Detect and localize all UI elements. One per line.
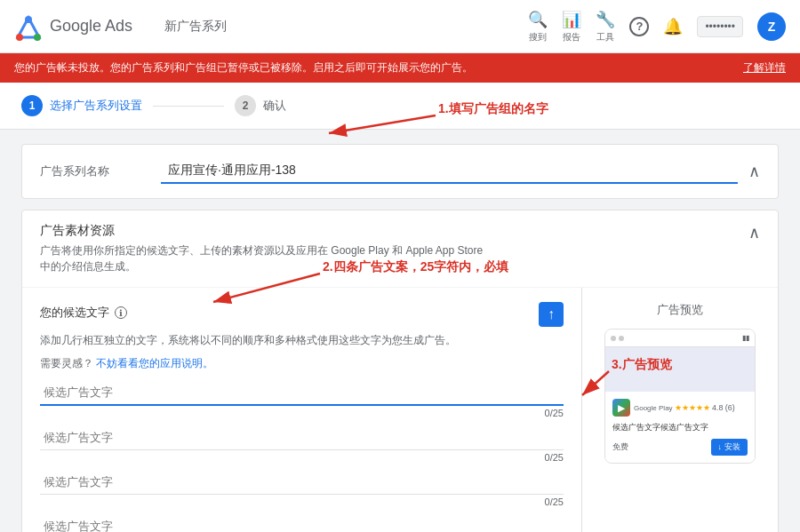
ad-text-description: 添加几行相互独立的文字，系统将以不同的顺序和多种格式使用这些文字为您生成广告。: [40, 332, 564, 349]
assets-header-left: 广告素材资源 广告将使用你所指定的候选文字、上传的素材资源以及应用在 Googl…: [40, 223, 484, 274]
char-count-3: 0/25: [40, 496, 564, 507]
download-icon: ↓: [718, 442, 723, 451]
ad-text-input-3[interactable]: [40, 470, 564, 495]
preview-btn-row: 免费 ↓ ↓ 安装 安装: [612, 439, 748, 456]
ad-text-field-1: 0/25: [40, 380, 564, 418]
google-play-label: Google Play ★★★★★ 4.8 (6): [634, 403, 735, 412]
assets-collapse-icon[interactable]: ∧: [748, 223, 760, 242]
step-1-number: 1: [21, 95, 43, 116]
campaign-collapse-icon[interactable]: ∧: [748, 162, 760, 181]
notifications-btn[interactable]: 🔔: [663, 17, 683, 36]
tools-label: 工具: [596, 31, 614, 44]
campaign-name-label: 广告系列名称: [40, 163, 147, 179]
bell-icon: 🔔: [663, 17, 683, 36]
svg-point-3: [25, 16, 32, 23]
assets-card: 广告素材资源 广告将使用你所指定的候选文字、上传的素材资源以及应用在 Googl…: [21, 210, 779, 532]
upload-button[interactable]: ↑: [539, 302, 564, 327]
ad-text-input-1[interactable]: [40, 380, 564, 406]
char-count-1: 0/25: [40, 408, 564, 418]
svg-point-2: [34, 34, 41, 41]
install-free-label: 免费: [612, 441, 628, 453]
new-campaign-label: 新广告系列: [164, 19, 227, 35]
phone-image-placeholder: [605, 347, 755, 392]
phone-top-bar: ▮▮: [605, 330, 755, 347]
logo-area: Google Ads: [14, 12, 132, 41]
account-name-display[interactable]: ••••••••: [697, 16, 743, 37]
google-play-icon: ▶: [612, 399, 630, 417]
svg-point-1: [16, 34, 23, 41]
reports-icon: 📊: [562, 10, 581, 29]
step-divider: [153, 106, 224, 107]
search-icon: 🔍: [528, 10, 548, 29]
preview-ad-text: 候选广告文字候选广告文字: [612, 422, 748, 433]
campaign-name-section: 广告系列名称 应用宣传·通用应用-138 ∧: [22, 145, 778, 198]
step-2-label: 确认: [263, 98, 286, 114]
help-icon: ?: [629, 17, 649, 36]
assets-right: 广告预览 ▮▮ ▶: [582, 288, 778, 532]
step-1-label: 选择广告系列设置: [50, 98, 142, 114]
step-2-number: 2: [235, 95, 256, 116]
tools-btn[interactable]: 🔧 工具: [596, 10, 615, 44]
reports-btn[interactable]: 📊 报告: [562, 10, 581, 44]
step-2[interactable]: 2 确认: [235, 95, 286, 116]
main-content: 广告系列名称 应用宣传·通用应用-138 ∧ 广告素材资源 广告将使用你所指定的…: [0, 130, 800, 532]
inspiration-link[interactable]: 不妨看看您的应用说明。: [96, 357, 213, 369]
phone-mockup: ▮▮ ▶ Google Play ★★★★★ 4.8: [604, 329, 756, 464]
phone-content: ▶ Google Play ★★★★★ 4.8 (6): [605, 392, 755, 463]
tools-icon: 🔧: [596, 10, 615, 29]
char-count-2: 0/25: [40, 452, 564, 463]
search-btn[interactable]: 🔍 搜到: [528, 10, 548, 44]
install-button[interactable]: ↓ ↓ 安装 安装: [711, 439, 748, 456]
help-btn[interactable]: ?: [629, 17, 649, 36]
campaign-name-card: 广告系列名称 应用宣传·通用应用-138 ∧: [21, 144, 779, 199]
steps-bar: 1 选择广告系列设置 2 确认: [0, 83, 800, 130]
search-label: 搜到: [529, 31, 547, 44]
alert-banner: 您的广告帐未投放。您的广告系列和广告组已暂停或已被移除。启用之后即可开始展示您的…: [0, 53, 800, 83]
phone-dot-2: [619, 336, 624, 341]
ad-text-input-4[interactable]: [40, 514, 564, 532]
phone-dot-1: [611, 336, 616, 341]
google-play-badge: ▶ Google Play ★★★★★ 4.8 (6): [612, 399, 748, 417]
assets-body: 您的候选文字 ℹ ↑ 添加几行相互独立的文字，系统将以不同的顺序和多种格式使用这…: [22, 288, 778, 532]
phone-top-dots: [611, 336, 624, 341]
alert-link[interactable]: 了解详情: [743, 60, 786, 75]
ad-text-field-2: 0/25: [40, 425, 564, 463]
header-logo-text: Google Ads: [50, 17, 132, 36]
ad-preview-label: 广告预览: [657, 302, 703, 318]
reports-label: 报告: [563, 31, 580, 44]
header: Google Ads 新广告系列 🔍 搜到 📊 报告 🔧 工具 ? 🔔 ••••…: [0, 0, 800, 53]
info-icon[interactable]: ℹ: [115, 306, 127, 319]
alert-text: 您的广告帐未投放。您的广告系列和广告组已暂停或已被移除。启用之后即可开始展示您的…: [14, 60, 725, 75]
assets-left: 您的候选文字 ℹ ↑ 添加几行相互独立的文字，系统将以不同的顺序和多种格式使用这…: [22, 288, 582, 532]
phone-top-indicator: ▮▮: [742, 334, 749, 342]
avatar[interactable]: Z: [757, 12, 786, 41]
ad-text-input-2[interactable]: [40, 425, 564, 450]
step-1[interactable]: 1 选择广告系列设置: [21, 95, 142, 116]
assets-header: 广告素材资源 广告将使用你所指定的候选文字、上传的素材资源以及应用在 Googl…: [22, 210, 778, 288]
ad-text-field-4: 0/25: [40, 514, 564, 532]
ad-text-field-3: 0/25: [40, 470, 564, 507]
google-ads-logo-icon: [14, 12, 43, 41]
inspiration-text: 需要灵感？ 不妨看看您的应用说明。: [40, 356, 564, 371]
google-play-info: Google Play ★★★★★ 4.8 (6): [634, 403, 735, 412]
header-right: 🔍 搜到 📊 报告 🔧 工具 ? 🔔 •••••••• Z: [528, 10, 786, 44]
assets-title: 广告素材资源: [40, 223, 484, 239]
campaign-name-value[interactable]: 应用宣传·通用应用-138: [161, 159, 738, 184]
ad-text-section-title: 您的候选文字 ℹ: [40, 305, 127, 321]
assets-desc: 广告将使用你所指定的候选文字、上传的素材资源以及应用在 Google Play …: [40, 242, 484, 274]
